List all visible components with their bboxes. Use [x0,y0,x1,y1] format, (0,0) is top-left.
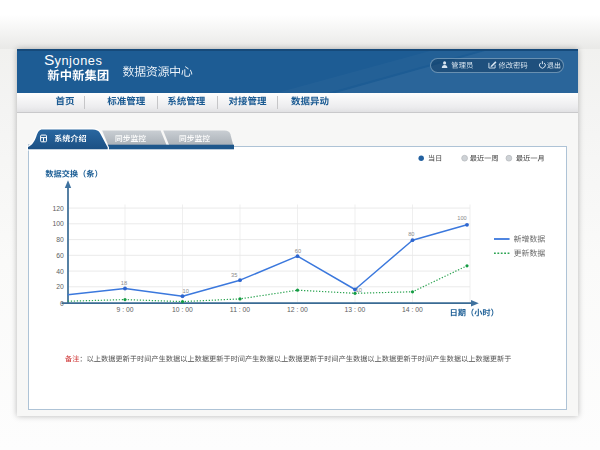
svg-text:10: 10 [356,287,362,293]
svg-text:14 : 00: 14 : 00 [402,306,423,313]
svg-text:18: 18 [121,280,127,286]
svg-text:ynjones: ynjones [55,53,103,68]
svg-text:40: 40 [56,268,64,275]
svg-text:11 : 00: 11 : 00 [230,306,251,313]
svg-text:9 : 00: 9 : 00 [116,306,133,313]
svg-text:35: 35 [231,272,237,278]
svg-text:10 : 00: 10 : 00 [172,306,193,313]
svg-text:100: 100 [52,220,64,227]
svg-text:0: 0 [60,300,64,307]
svg-text:60: 60 [56,252,64,259]
svg-text:20: 20 [56,283,64,290]
svg-text:80: 80 [408,231,414,237]
svg-text:80: 80 [56,236,64,243]
svg-text:12 : 00: 12 : 00 [287,306,308,313]
svg-text:S: S [44,51,54,68]
svg-text:10: 10 [183,288,189,294]
svg-text:13 : 00: 13 : 00 [345,306,366,313]
svg-text:100: 100 [457,215,467,221]
svg-text:120: 120 [52,205,64,212]
svg-text:60: 60 [295,248,301,254]
